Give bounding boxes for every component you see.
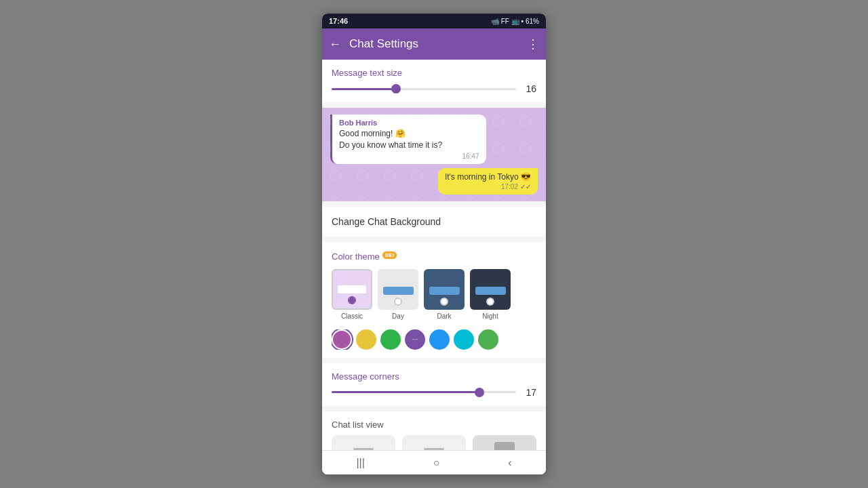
- color-circles: ···: [332, 329, 536, 350]
- theme-classic[interactable]: Classic: [332, 269, 372, 320]
- change-background-label: Change Chat Background: [332, 216, 441, 227]
- received-message: Bob Harris Good morning! 🤗 Do you know w…: [330, 115, 486, 164]
- color-circle-lime[interactable]: [478, 329, 498, 350]
- color-theme-card: Color theme BEI Classic: [322, 242, 546, 358]
- received-line2: Do you know what time it is?: [339, 140, 479, 151]
- color-theme-header: Color theme: [332, 250, 380, 262]
- chat-list-option-3[interactable]: [473, 435, 536, 450]
- app-bar: ← Chat Settings ⋮: [322, 28, 546, 60]
- color-theme-label: Color theme: [332, 251, 380, 262]
- dark-bar: [429, 287, 460, 295]
- nav-back-button[interactable]: ‹: [508, 457, 511, 469]
- theme-preview-classic: [332, 269, 372, 310]
- nav-menu-button[interactable]: |||: [356, 457, 364, 469]
- night-radio: [486, 298, 494, 306]
- back-button[interactable]: ←: [329, 37, 341, 52]
- chat-list-label: Chat list view: [332, 420, 536, 430]
- beta-badge: BEI: [382, 251, 397, 259]
- text-size-slider-row: 16: [332, 83, 536, 94]
- status-bar: 17:46 📹 FF 📺 • 61%: [322, 14, 546, 28]
- theme-preview-night: [470, 269, 511, 310]
- sent-text: It's morning in Tokyo 😎: [445, 172, 531, 182]
- night-label: Night: [482, 312, 498, 320]
- sent-message: It's morning in Tokyo 😎 17:02 ✓✓: [438, 168, 538, 195]
- sent-footer: 17:02 ✓✓: [445, 183, 531, 190]
- classic-bar: [338, 285, 366, 293]
- theme-dark[interactable]: Dark: [424, 269, 465, 320]
- message-text-size-label: Message text size: [332, 68, 536, 78]
- battery-text: 61%: [526, 18, 539, 25]
- check-icon: ✓✓: [520, 183, 531, 190]
- chat-list-option-1[interactable]: [332, 435, 395, 450]
- corners-slider-thumb[interactable]: [475, 388, 484, 397]
- option-icon: [494, 442, 515, 450]
- sent-message-row: It's morning in Tokyo 😎 17:02 ✓✓: [330, 168, 538, 195]
- text-size-slider-thumb[interactable]: [391, 84, 401, 94]
- text-size-slider-track[interactable]: [332, 88, 516, 90]
- sent-time: 17:02: [501, 183, 518, 190]
- theme-night[interactable]: Night: [470, 269, 511, 320]
- color-circle-blue[interactable]: [429, 329, 450, 350]
- corners-value: 17: [523, 387, 536, 398]
- nav-home-button[interactable]: ○: [433, 457, 440, 469]
- theme-swatches: Classic Day Dark: [332, 269, 536, 324]
- content-area: Message text size 16 Bob Harris Good mor…: [322, 60, 546, 450]
- corners-slider-track[interactable]: [332, 391, 516, 393]
- page-title: Chat Settings: [349, 37, 527, 51]
- screen: 17:46 📹 FF 📺 • 61% ← Chat Settings ⋮ Mes…: [322, 14, 546, 474]
- status-time: 17:46: [329, 17, 348, 25]
- change-background-row[interactable]: Change Chat Background: [322, 207, 546, 237]
- color-circle-yellow[interactable]: [356, 329, 376, 350]
- classic-radio: [348, 296, 356, 304]
- day-radio: [394, 298, 402, 306]
- received-sender: Bob Harris: [339, 119, 479, 127]
- more-button[interactable]: ⋮: [527, 37, 539, 52]
- color-circle-cyan[interactable]: [454, 329, 474, 350]
- bottom-navigation: ||| ○ ‹: [322, 450, 546, 474]
- received-line1: Good morning! 🤗: [339, 128, 479, 140]
- theme-preview-dark: [424, 269, 465, 310]
- color-circle-violet[interactable]: ···: [405, 329, 425, 350]
- text-size-value: 16: [523, 83, 536, 94]
- dark-radio: [440, 298, 448, 306]
- theme-day[interactable]: Day: [378, 269, 418, 320]
- day-bar: [383, 287, 414, 295]
- chat-list-option-2[interactable]: [402, 435, 466, 450]
- corners-slider-fill: [332, 391, 479, 393]
- message-corners-card: Message corners 17: [322, 363, 546, 406]
- corners-slider-row: 17: [332, 387, 536, 398]
- status-icons-text: 📹 FF 📺 •: [491, 18, 524, 25]
- classic-label: Classic: [341, 312, 363, 320]
- message-text-size-card: Message text size 16: [322, 60, 546, 102]
- color-circle-green[interactable]: [380, 329, 401, 350]
- chat-preview: Bob Harris Good morning! 🤗 Do you know w…: [322, 108, 546, 201]
- color-circle-purple[interactable]: [332, 329, 352, 350]
- theme-preview-day: [378, 269, 418, 310]
- day-label: Day: [392, 312, 404, 320]
- chat-list-options: [332, 435, 536, 450]
- night-bar: [475, 287, 506, 295]
- received-time: 16:47: [339, 152, 479, 160]
- text-size-slider-fill: [332, 88, 396, 90]
- chat-list-view-card: Chat list view: [322, 411, 546, 450]
- dark-label: Dark: [437, 312, 451, 320]
- status-icons: 📹 FF 📺 • 61%: [491, 18, 539, 25]
- message-corners-label: Message corners: [332, 371, 536, 382]
